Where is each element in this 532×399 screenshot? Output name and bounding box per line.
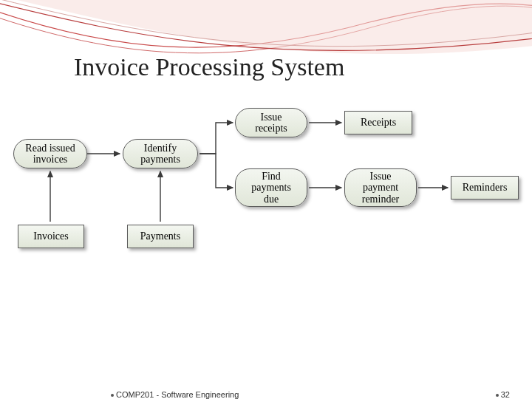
page-title: Invoice Processing System — [74, 53, 344, 81]
process-issue-payment-reminder: Issue payment reminder — [344, 168, 417, 207]
process-read-issued-invoices: Read issued invoices — [13, 139, 87, 168]
flow-diagram: Read issued invoices Identify payments I… — [0, 96, 532, 347]
footer-page: 32 — [496, 390, 510, 399]
store-receipts: Receipts — [344, 111, 412, 134]
bullet-icon — [111, 394, 114, 397]
process-identify-payments: Identify payments — [123, 139, 198, 168]
footer-course-text: COMP201 - Software Engineering — [116, 390, 239, 399]
process-find-payments-due: Find payments due — [235, 168, 307, 207]
process-issue-receipts: Issue receipts — [235, 108, 307, 137]
store-invoices: Invoices — [18, 225, 84, 248]
footer-page-number: 32 — [501, 390, 510, 399]
store-payments: Payments — [127, 225, 194, 248]
bullet-icon — [496, 394, 499, 397]
footer-course: COMP201 - Software Engineering — [111, 390, 239, 399]
store-reminders: Reminders — [451, 176, 519, 200]
